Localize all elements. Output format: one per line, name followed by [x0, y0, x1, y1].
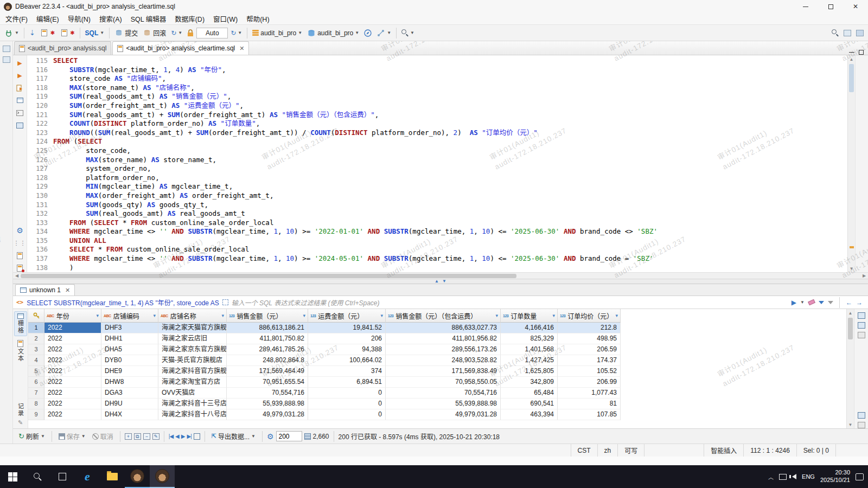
menu-item[interactable]: 编辑(E): [32, 14, 63, 24]
apply-filter-icon[interactable]: ▶: [792, 299, 796, 306]
collapse-up-icon[interactable]: ▲: [435, 279, 439, 284]
expand-filter-icon[interactable]: [222, 299, 228, 305]
row-number[interactable]: 9: [28, 409, 44, 420]
grid-cell[interactable]: 海澜之家抖音十三号店: [158, 399, 227, 409]
grid-cell[interactable]: 206: [308, 333, 386, 344]
grid-cell[interactable]: 100,664.02: [308, 355, 386, 366]
grid-cell[interactable]: 289,461,785.26: [227, 344, 308, 355]
grid-cell[interactable]: DHH1: [101, 333, 158, 344]
save-filter-icon[interactable]: [819, 301, 824, 304]
dotted-menu-icon[interactable]: ⋮⋮: [16, 239, 24, 247]
next-row-icon[interactable]: ▶: [181, 433, 185, 439]
grid-cell[interactable]: 174.37: [558, 355, 621, 366]
grid-cell[interactable]: 2022: [44, 344, 101, 355]
grid-cell[interactable]: 1,077.43: [558, 388, 621, 399]
grid-cell[interactable]: 171,569,838.49: [386, 366, 501, 377]
dbeaver-active-taskbar-button[interactable]: [150, 465, 175, 488]
sql-editor-button[interactable]: SQL▼: [83, 27, 107, 40]
fetch-size-input[interactable]: [276, 431, 302, 441]
menu-item[interactable]: 文件(F): [1, 14, 32, 24]
grid-cell[interactable]: 70,554,716: [227, 388, 308, 399]
grid-cell[interactable]: 825,329: [501, 333, 558, 344]
quick-search-icon[interactable]: [829, 27, 841, 40]
grid-cell[interactable]: 1,427,425: [501, 355, 558, 366]
editor-vertical-scrollbar[interactable]: ▲ ▼: [847, 55, 855, 272]
grid-cell[interactable]: 463,394: [501, 409, 558, 420]
lock-icon[interactable]: [185, 27, 196, 40]
txn-mode-button[interactable]: ↻▼: [169, 27, 184, 40]
output-console-icon[interactable]: [16, 108, 24, 117]
grid-cell[interactable]: 1,625,805: [501, 366, 558, 377]
grid-cell[interactable]: 2022: [44, 366, 101, 377]
scrollbar-thumb[interactable]: [849, 64, 854, 92]
tab-grid-view[interactable]: 栅格: [14, 311, 27, 336]
grid-cell[interactable]: 248,802,864.8: [227, 355, 308, 366]
grid-cell[interactable]: 411,801,956.82: [386, 333, 501, 344]
grid-cell[interactable]: 49,979,031.28: [386, 409, 501, 420]
value-panel-icon[interactable]: [858, 312, 865, 319]
close-button[interactable]: ✕: [843, 0, 868, 13]
grid-cell[interactable]: 海澜之家抖音十八号店: [158, 409, 227, 420]
add-row-icon[interactable]: +: [125, 433, 132, 440]
row-number[interactable]: 2: [28, 333, 44, 344]
scrollbar-thumb[interactable]: [848, 318, 853, 339]
grid-cell[interactable]: 0: [308, 409, 386, 420]
grid-cell[interactable]: 4,166,416: [501, 323, 558, 333]
grid-cell[interactable]: DH4X: [101, 409, 158, 420]
grid-cell[interactable]: 19,841.52: [308, 323, 386, 333]
editor-results-splitter[interactable]: ▲ ▼: [13, 279, 868, 284]
grid-cell[interactable]: 49,979,031.28: [227, 409, 308, 420]
grid-cell[interactable]: 289,556,173.26: [386, 344, 501, 355]
grid-cell[interactable]: 342,809: [501, 377, 558, 388]
grid-cell[interactable]: 天猫-英氏官方旗舰店: [158, 355, 227, 366]
column-header[interactable]: 123销售金额（元）（包含运费）▾: [386, 309, 501, 323]
menu-item[interactable]: 搜索(A): [95, 14, 126, 24]
filter-settings-icon[interactable]: [828, 301, 833, 304]
grid-cell[interactable]: 65,484: [501, 388, 558, 399]
grid-cell[interactable]: 2022: [44, 323, 101, 333]
auto-refresh-button[interactable]: ↻▼: [228, 27, 244, 40]
menu-item[interactable]: 导航(N): [63, 14, 95, 24]
cancel-button[interactable]: 取消: [90, 430, 116, 443]
minimize-button[interactable]: [793, 0, 818, 13]
execute-script-icon[interactable]: [16, 84, 24, 92]
row-number-header[interactable]: [28, 309, 44, 323]
row-number[interactable]: 7: [28, 388, 44, 399]
grid-cell[interactable]: 2022: [44, 409, 101, 420]
grid-cell[interactable]: 2022: [44, 355, 101, 366]
grid-cell[interactable]: 886,633,027.73: [386, 323, 501, 333]
tab-analysis-sql[interactable]: <audit_bi_pro> analysis.sql: [14, 41, 111, 55]
column-filter-icon[interactable]: ▾: [615, 313, 618, 318]
grid-cell[interactable]: 212.8: [558, 323, 621, 333]
start-button[interactable]: [0, 465, 25, 488]
editor-settings-gear-icon[interactable]: ⚙: [16, 226, 24, 235]
grid-cell[interactable]: 690,541: [501, 399, 558, 409]
grid-cell[interactable]: 886,613,186.21: [227, 323, 308, 333]
zoom-cell-icon[interactable]: [194, 433, 200, 440]
column-filter-icon[interactable]: ▾: [96, 313, 99, 318]
row-number[interactable]: 1: [28, 323, 44, 333]
rollback-button[interactable]: 回滚: [141, 27, 168, 40]
column-header[interactable]: ABC年份▾: [44, 309, 101, 323]
new-connection-button[interactable]: ▼: [2, 27, 21, 40]
grid-cell[interactable]: 2022: [44, 399, 101, 409]
network-tray-icon[interactable]: [779, 474, 787, 480]
grid-cell[interactable]: 海澜之家云店旧: [158, 333, 227, 344]
edge-button[interactable]: e: [75, 465, 100, 488]
menu-item[interactable]: 帮助(H): [242, 14, 273, 24]
editor-horizontal-scrollbar[interactable]: ◀ ▶: [13, 272, 868, 279]
schema-selector[interactable]: audit_bi_pro▼: [305, 27, 361, 40]
grid-cell[interactable]: 206.99: [558, 377, 621, 388]
column-header[interactable]: 123销售金额（元）▾: [227, 309, 308, 323]
column-filter-icon[interactable]: ▾: [153, 313, 156, 318]
grid-cell[interactable]: 248,903,528.82: [386, 355, 501, 366]
grid-cell[interactable]: 6,894.51: [308, 377, 386, 388]
task-view-button[interactable]: [50, 465, 75, 488]
restore-panel2-icon[interactable]: [3, 56, 10, 63]
results-vertical-scrollbar[interactable]: ▲ ▼: [846, 309, 854, 428]
grid-cell[interactable]: 1,401,568: [501, 344, 558, 355]
menu-item[interactable]: 数据库(D): [170, 14, 209, 24]
calc-panel-icon[interactable]: [858, 412, 865, 419]
results-tab-close-icon[interactable]: ✕: [65, 287, 70, 294]
grid-cell[interactable]: 81: [558, 399, 621, 409]
